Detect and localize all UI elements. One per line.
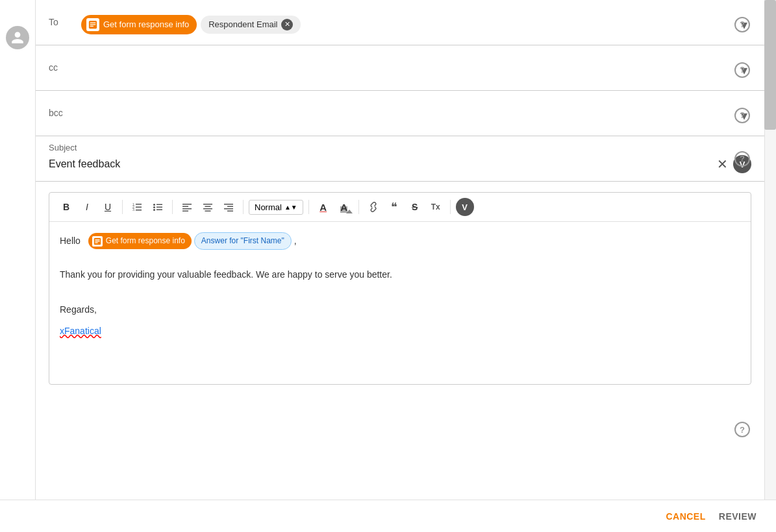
subject-clear-btn[interactable]: ✕ bbox=[717, 156, 728, 172]
svg-rect-27 bbox=[227, 211, 233, 212]
editor-container: B I U 1. 2. 3. bbox=[49, 192, 751, 385]
svg-rect-21 bbox=[205, 206, 211, 208]
font-size-chevron: ▲▼ bbox=[284, 204, 297, 211]
toolbar-divider-5 bbox=[358, 200, 359, 214]
font-size-select[interactable]: Normal ▲▼ bbox=[249, 200, 303, 215]
svg-rect-7 bbox=[136, 207, 142, 208]
link-btn[interactable] bbox=[364, 198, 382, 216]
hello-text: Hello bbox=[60, 234, 81, 248]
toolbar-divider-3 bbox=[243, 200, 244, 214]
font-color-btn[interactable]: A bbox=[314, 198, 332, 216]
variable-btn[interactable]: V bbox=[456, 198, 474, 216]
editor-form-chip[interactable]: Get form response info bbox=[88, 233, 192, 249]
toolbar-divider-2 bbox=[172, 200, 173, 214]
svg-rect-15 bbox=[156, 210, 162, 211]
cc-label: cc bbox=[49, 57, 81, 73]
editor-toolbar: B I U 1. 2. 3. bbox=[49, 193, 751, 222]
to-tag-label: Respondent Email bbox=[208, 19, 277, 29]
quote-btn[interactable]: ❝ bbox=[385, 198, 403, 216]
editor-signature: xFanatical bbox=[60, 324, 740, 338]
toolbar-divider-4 bbox=[308, 200, 309, 214]
align-right-btn[interactable] bbox=[219, 198, 238, 216]
subject-help-btn[interactable]: ? bbox=[734, 151, 750, 167]
svg-rect-1 bbox=[90, 22, 96, 23]
italic-btn[interactable]: I bbox=[78, 198, 96, 216]
svg-point-10 bbox=[153, 204, 155, 206]
editor-signature-text: xFanatical bbox=[60, 326, 101, 336]
svg-rect-29 bbox=[95, 239, 100, 240]
answer-chip[interactable]: Answer for "First Name" bbox=[194, 232, 292, 250]
align-center-btn[interactable] bbox=[199, 198, 217, 216]
svg-rect-5 bbox=[136, 204, 142, 205]
to-field-content: Get form response info Respondent Email … bbox=[81, 13, 732, 36]
font-size-label: Normal bbox=[255, 202, 282, 212]
svg-point-14 bbox=[153, 209, 155, 211]
ordered-list-btn[interactable]: 1. 2. 3. bbox=[128, 198, 146, 216]
svg-rect-26 bbox=[224, 208, 233, 210]
bcc-help[interactable]: ? bbox=[729, 108, 750, 123]
to-help-btn[interactable]: ? bbox=[734, 17, 750, 32]
toolbar-divider-1 bbox=[122, 200, 123, 214]
editor-hello-line: Hello Get form response info Answer bbox=[60, 232, 740, 250]
cc-field-row: cc ▾ ? bbox=[36, 45, 764, 91]
align-left-btn[interactable] bbox=[178, 198, 196, 216]
svg-rect-19 bbox=[182, 211, 188, 212]
main-content: To Get form response info Respondent Ema… bbox=[36, 0, 764, 500]
editor-body-text: Thank you for providing your valuable fe… bbox=[60, 267, 740, 282]
underline-btn[interactable]: U bbox=[99, 198, 117, 216]
editor-body[interactable]: Hello Get form response info Answer bbox=[49, 222, 751, 384]
svg-rect-11 bbox=[156, 204, 162, 206]
svg-rect-24 bbox=[224, 204, 233, 205]
svg-rect-13 bbox=[156, 207, 162, 208]
to-label: To bbox=[49, 12, 81, 27]
editor-chip-label: Get form response info bbox=[106, 235, 185, 247]
subject-help[interactable]: ? bbox=[729, 151, 750, 167]
bcc-field-row: bcc ▾ ? bbox=[36, 91, 764, 136]
scrollbar[interactable] bbox=[764, 0, 776, 506]
editor-help[interactable]: ? bbox=[729, 422, 750, 437]
user-avatar bbox=[6, 26, 29, 49]
svg-rect-18 bbox=[182, 208, 192, 210]
clear-format-btn[interactable]: Tx bbox=[427, 198, 445, 216]
unordered-list-btn[interactable] bbox=[149, 198, 167, 216]
editor-comma: , bbox=[294, 234, 297, 248]
scrollbar-thumb[interactable] bbox=[764, 0, 776, 130]
svg-rect-30 bbox=[95, 241, 100, 241]
svg-rect-25 bbox=[227, 206, 233, 208]
subject-content: Event feedback ✕ V bbox=[49, 155, 751, 173]
to-tag-close[interactable]: ✕ bbox=[281, 19, 293, 30]
editor-regards: Regards, bbox=[60, 302, 740, 317]
to-email-tag[interactable]: Respondent Email ✕ bbox=[201, 16, 301, 34]
svg-rect-16 bbox=[182, 204, 192, 205]
form-chip-icon bbox=[86, 18, 99, 31]
svg-rect-23 bbox=[205, 211, 211, 212]
subject-label: Subject bbox=[49, 143, 751, 152]
answer-chip-label: Answer for "First Name" bbox=[201, 235, 284, 247]
svg-text:3.: 3. bbox=[132, 208, 135, 212]
editor-form-chip-icon bbox=[92, 236, 103, 247]
svg-rect-31 bbox=[95, 242, 98, 243]
svg-rect-22 bbox=[203, 208, 212, 210]
bottom-bar: CANCEL REVIEW bbox=[0, 500, 776, 532]
cc-help[interactable]: ? bbox=[729, 62, 750, 78]
to-chip-label: Get form response info bbox=[103, 19, 189, 29]
cancel-button[interactable]: CANCEL bbox=[666, 511, 705, 522]
to-form-chip[interactable]: Get form response info bbox=[81, 15, 197, 34]
bcc-help-btn[interactable]: ? bbox=[734, 108, 750, 123]
svg-rect-17 bbox=[182, 206, 188, 208]
editor-help-btn[interactable]: ? bbox=[734, 422, 750, 437]
bcc-field-content[interactable] bbox=[81, 104, 732, 127]
svg-rect-2 bbox=[90, 24, 96, 25]
svg-rect-3 bbox=[90, 25, 94, 26]
cc-help-btn[interactable]: ? bbox=[734, 62, 750, 78]
cc-field-content[interactable] bbox=[81, 58, 732, 82]
font-highlight-btn[interactable]: A bbox=[335, 198, 353, 216]
review-button[interactable]: REVIEW bbox=[719, 511, 757, 522]
bold-btn[interactable]: B bbox=[57, 198, 75, 216]
bcc-label: bcc bbox=[49, 103, 81, 118]
strikethrough-btn[interactable]: S bbox=[406, 198, 424, 216]
subject-value[interactable]: Event feedback bbox=[49, 158, 712, 170]
svg-point-12 bbox=[153, 206, 155, 208]
to-help[interactable]: ? bbox=[729, 17, 750, 32]
left-panel bbox=[0, 0, 36, 506]
